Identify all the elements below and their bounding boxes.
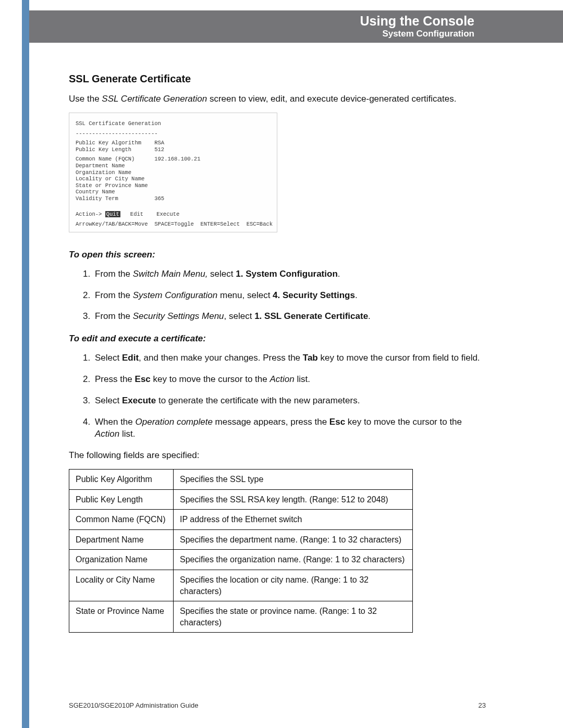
table-row: Public Key AlgorithmSpecifies the SSL ty… xyxy=(69,469,413,489)
edit-step-3: Select Execute to generate the certifica… xyxy=(93,395,486,407)
open-step-2: From the System Configuration menu, sele… xyxy=(93,290,486,302)
page-footer: SGE2010/SGE2010P Administration Guide 23 xyxy=(69,701,486,709)
console-action-selected: Quit xyxy=(105,211,120,217)
footer-page-number: 23 xyxy=(479,701,486,709)
open-step-1: From the Switch Main Menu, select 1. Sys… xyxy=(93,268,486,280)
console-title: SSL Certificate Generation xyxy=(76,120,271,127)
console-field-row: Validity Term 365 xyxy=(76,195,271,202)
table-row: Public Key LengthSpecifies the SSL RSA k… xyxy=(69,489,413,510)
console-help-line: ArrowKey/TAB/BACK=Move SPACE=Toggle ENTE… xyxy=(76,221,271,228)
subhead-open: To open this screen: xyxy=(69,249,486,261)
intro-paragraph: Use the SSL Certificate Generation scree… xyxy=(69,93,486,105)
open-steps: From the Switch Main Menu, select 1. Sys… xyxy=(69,268,486,323)
field-name: Public Key Length xyxy=(69,489,174,510)
field-name: Organization Name xyxy=(69,550,174,570)
side-accent-bar xyxy=(22,0,29,728)
page-title: SSL Generate Certificate xyxy=(69,72,486,86)
table-row: Organization NameSpecifies the organizat… xyxy=(69,550,413,570)
edit-steps: Select Edit, and then make your changes.… xyxy=(69,352,486,440)
field-desc: Specifies the department name. (Range: 1… xyxy=(174,529,413,550)
console-action-line: Action-> Quit Edit Execute xyxy=(76,211,271,218)
field-desc: Specifies the SSL RSA key length. (Range… xyxy=(174,489,413,510)
console-field-row: Organization Name xyxy=(76,169,271,176)
footer-guide: SGE2010/SGE2010P Administration Guide xyxy=(69,701,198,709)
table-row: Common Name (FQCN)IP address of the Ethe… xyxy=(69,510,413,530)
section-title: System Configuration xyxy=(29,29,474,39)
page-header: Using the Console System Configuration xyxy=(29,10,563,43)
field-desc: Specifies the SSL type xyxy=(174,469,413,489)
open-step-3: From the Security Settings Menu, select … xyxy=(93,311,486,323)
field-desc: Specifies the state or province name. (R… xyxy=(174,601,413,633)
field-desc: IP address of the Ethernet switch xyxy=(174,510,413,530)
field-name: Common Name (FQCN) xyxy=(69,510,174,530)
console-field-row: Locality or City Name xyxy=(76,176,271,182)
fields-intro: The following fields are specified: xyxy=(69,450,486,462)
console-field-row: Public Key Algorithm RSA xyxy=(76,140,271,146)
table-row: Department NameSpecifies the department … xyxy=(69,529,413,550)
console-screenshot: SSL Certificate Generation -------------… xyxy=(69,113,277,232)
console-field-row: Common Name (FQCN) 192.168.100.21 xyxy=(76,156,271,163)
field-name: Public Key Algorithm xyxy=(69,469,174,489)
table-row: Locality or City NameSpecifies the locat… xyxy=(69,570,413,601)
console-field-row: Department Name xyxy=(76,163,271,169)
edit-step-1: Select Edit, and then make your changes.… xyxy=(93,352,486,364)
console-field-row: Country Name xyxy=(76,189,271,195)
field-name: Department Name xyxy=(69,529,174,550)
fields-table: Public Key AlgorithmSpecifies the SSL ty… xyxy=(69,469,413,633)
screen-name: SSL Certificate Generation xyxy=(102,94,207,104)
field-name: State or Province Name xyxy=(69,601,174,633)
field-desc: Specifies the location or city name. (Ra… xyxy=(174,570,413,601)
subhead-edit: To edit and execute a certificate: xyxy=(69,333,486,345)
edit-step-2: Press the Esc key to move the cursor to … xyxy=(93,374,486,386)
field-name: Locality or City Name xyxy=(69,570,174,601)
edit-step-4: When the Operation complete message appe… xyxy=(93,416,486,440)
console-field-row: Public Key Length 512 xyxy=(76,146,271,153)
chapter-title: Using the Console xyxy=(29,14,474,29)
console-separator: ------------------------- xyxy=(76,130,271,137)
field-desc: Specifies the organization name. (Range:… xyxy=(174,550,413,570)
console-field-row: State or Province Name xyxy=(76,182,271,189)
page-content: SSL Generate Certificate Use the SSL Cer… xyxy=(69,72,486,633)
table-row: State or Province NameSpecifies the stat… xyxy=(69,601,413,633)
